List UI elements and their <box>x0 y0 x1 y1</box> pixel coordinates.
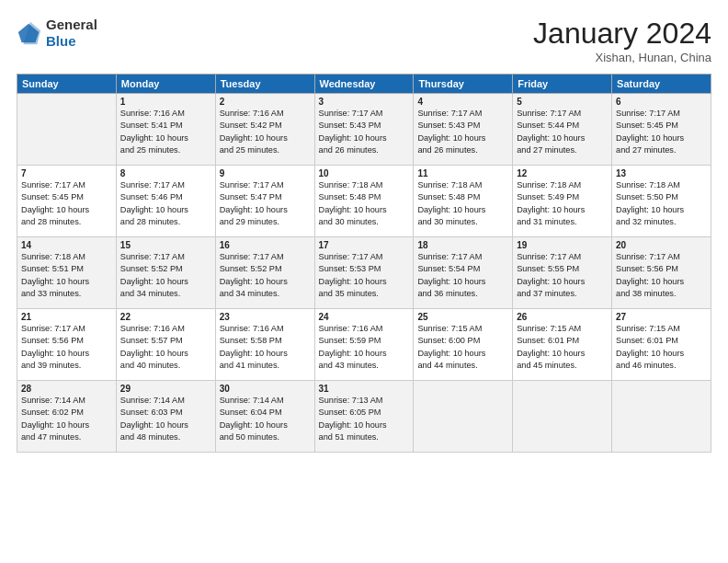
day-cell <box>414 381 513 453</box>
day-number: 24 <box>319 312 410 322</box>
day-number: 17 <box>319 240 410 250</box>
calendar-table: SundayMondayTuesdayWednesdayThursdayFrid… <box>17 74 711 453</box>
day-cell: 6Sunrise: 7:17 AM Sunset: 5:45 PM Daylig… <box>612 94 711 166</box>
day-number: 6 <box>616 97 707 107</box>
day-info: Sunrise: 7:14 AM Sunset: 6:03 PM Dayligh… <box>120 395 211 443</box>
day-info: Sunrise: 7:17 AM Sunset: 5:56 PM Dayligh… <box>616 251 707 300</box>
day-cell: 5Sunrise: 7:17 AM Sunset: 5:44 PM Daylig… <box>513 94 612 166</box>
logo-text: General Blue <box>46 17 97 50</box>
day-info: Sunrise: 7:16 AM Sunset: 5:41 PM Dayligh… <box>120 108 211 156</box>
day-info: Sunrise: 7:17 AM Sunset: 5:45 PM Dayligh… <box>21 179 112 228</box>
logo-icon <box>17 20 42 46</box>
day-info: Sunrise: 7:17 AM Sunset: 5:53 PM Dayligh… <box>319 251 410 300</box>
day-number: 31 <box>319 384 410 394</box>
day-info: Sunrise: 7:17 AM Sunset: 5:43 PM Dayligh… <box>417 108 508 156</box>
day-cell: 23Sunrise: 7:16 AM Sunset: 5:58 PM Dayli… <box>215 309 314 381</box>
day-number: 4 <box>417 97 508 107</box>
day-info: Sunrise: 7:17 AM Sunset: 5:54 PM Dayligh… <box>417 251 508 300</box>
day-info: Sunrise: 7:18 AM Sunset: 5:48 PM Dayligh… <box>319 179 410 228</box>
day-info: Sunrise: 7:16 AM Sunset: 5:42 PM Dayligh… <box>220 108 311 156</box>
weekday-header: Saturday <box>612 75 711 94</box>
day-number: 29 <box>120 384 211 394</box>
day-cell <box>17 94 117 166</box>
day-info: Sunrise: 7:18 AM Sunset: 5:50 PM Dayligh… <box>616 179 707 228</box>
location: Xishan, Hunan, China <box>533 51 711 64</box>
day-number: 19 <box>517 240 608 250</box>
day-number: 10 <box>319 168 410 178</box>
day-number: 12 <box>517 168 608 178</box>
day-cell: 10Sunrise: 7:18 AM Sunset: 5:48 PM Dayli… <box>314 166 414 237</box>
weekday-header: Wednesday <box>314 75 414 94</box>
day-number: 18 <box>417 240 508 250</box>
day-cell: 17Sunrise: 7:17 AM Sunset: 5:53 PM Dayli… <box>314 237 414 309</box>
day-number: 2 <box>220 97 311 107</box>
weekday-header: Friday <box>513 75 612 94</box>
day-cell: 19Sunrise: 7:17 AM Sunset: 5:55 PM Dayli… <box>513 237 612 309</box>
day-info: Sunrise: 7:13 AM Sunset: 6:05 PM Dayligh… <box>319 395 410 443</box>
day-info: Sunrise: 7:15 AM Sunset: 6:01 PM Dayligh… <box>517 323 608 372</box>
day-cell: 11Sunrise: 7:18 AM Sunset: 5:48 PM Dayli… <box>414 166 513 237</box>
day-number: 23 <box>220 312 311 322</box>
day-info: Sunrise: 7:18 AM Sunset: 5:51 PM Dayligh… <box>21 251 112 300</box>
day-number: 9 <box>220 168 311 178</box>
day-number: 14 <box>21 240 112 250</box>
day-number: 5 <box>517 97 608 107</box>
day-number: 1 <box>120 97 211 107</box>
title-block: January 2024 Xishan, Hunan, China <box>533 17 711 64</box>
day-cell: 13Sunrise: 7:18 AM Sunset: 5:50 PM Dayli… <box>612 166 711 237</box>
day-number: 22 <box>120 312 211 322</box>
calendar-page: General Blue January 2024 Xishan, Hunan,… <box>0 0 728 563</box>
day-cell: 30Sunrise: 7:14 AM Sunset: 6:04 PM Dayli… <box>215 381 314 453</box>
day-cell: 21Sunrise: 7:17 AM Sunset: 5:56 PM Dayli… <box>17 309 117 381</box>
day-info: Sunrise: 7:17 AM Sunset: 5:46 PM Dayligh… <box>120 179 211 228</box>
day-info: Sunrise: 7:17 AM Sunset: 5:47 PM Dayligh… <box>220 179 311 228</box>
day-number: 30 <box>220 384 311 394</box>
day-cell: 28Sunrise: 7:14 AM Sunset: 6:02 PM Dayli… <box>17 381 117 453</box>
header: General Blue January 2024 Xishan, Hunan,… <box>17 17 711 64</box>
week-row: 28Sunrise: 7:14 AM Sunset: 6:02 PM Dayli… <box>17 381 711 453</box>
day-number: 8 <box>120 168 211 178</box>
day-info: Sunrise: 7:17 AM Sunset: 5:52 PM Dayligh… <box>220 251 311 300</box>
weekday-header: Monday <box>116 75 215 94</box>
day-info: Sunrise: 7:14 AM Sunset: 6:04 PM Dayligh… <box>220 395 311 443</box>
day-cell: 7Sunrise: 7:17 AM Sunset: 5:45 PM Daylig… <box>17 166 117 237</box>
day-number: 26 <box>517 312 608 322</box>
day-info: Sunrise: 7:15 AM Sunset: 6:00 PM Dayligh… <box>417 323 508 372</box>
day-info: Sunrise: 7:16 AM Sunset: 5:57 PM Dayligh… <box>120 323 211 372</box>
day-number: 7 <box>21 168 112 178</box>
day-number: 28 <box>21 384 112 394</box>
day-cell: 26Sunrise: 7:15 AM Sunset: 6:01 PM Dayli… <box>513 309 612 381</box>
day-cell: 18Sunrise: 7:17 AM Sunset: 5:54 PM Dayli… <box>414 237 513 309</box>
day-info: Sunrise: 7:14 AM Sunset: 6:02 PM Dayligh… <box>21 395 112 443</box>
day-cell: 2Sunrise: 7:16 AM Sunset: 5:42 PM Daylig… <box>215 94 314 166</box>
day-info: Sunrise: 7:17 AM Sunset: 5:44 PM Dayligh… <box>517 108 608 156</box>
day-cell: 20Sunrise: 7:17 AM Sunset: 5:56 PM Dayli… <box>612 237 711 309</box>
day-number: 13 <box>616 168 707 178</box>
day-cell: 31Sunrise: 7:13 AM Sunset: 6:05 PM Dayli… <box>314 381 414 453</box>
month-title: January 2024 <box>533 17 711 51</box>
day-cell: 1Sunrise: 7:16 AM Sunset: 5:41 PM Daylig… <box>116 94 215 166</box>
week-row: 14Sunrise: 7:18 AM Sunset: 5:51 PM Dayli… <box>17 237 711 309</box>
day-number: 11 <box>417 168 508 178</box>
day-cell: 24Sunrise: 7:16 AM Sunset: 5:59 PM Dayli… <box>314 309 414 381</box>
week-row: 7Sunrise: 7:17 AM Sunset: 5:45 PM Daylig… <box>17 166 711 237</box>
day-info: Sunrise: 7:17 AM Sunset: 5:56 PM Dayligh… <box>21 323 112 372</box>
day-cell: 27Sunrise: 7:15 AM Sunset: 6:01 PM Dayli… <box>612 309 711 381</box>
day-info: Sunrise: 7:17 AM Sunset: 5:45 PM Dayligh… <box>616 108 707 156</box>
weekday-header: Tuesday <box>215 75 314 94</box>
header-row: SundayMondayTuesdayWednesdayThursdayFrid… <box>17 75 711 94</box>
day-number: 25 <box>417 312 508 322</box>
day-number: 15 <box>120 240 211 250</box>
day-cell: 14Sunrise: 7:18 AM Sunset: 5:51 PM Dayli… <box>17 237 117 309</box>
day-number: 20 <box>616 240 707 250</box>
day-cell: 8Sunrise: 7:17 AM Sunset: 5:46 PM Daylig… <box>116 166 215 237</box>
day-cell: 15Sunrise: 7:17 AM Sunset: 5:52 PM Dayli… <box>116 237 215 309</box>
day-cell <box>612 381 711 453</box>
day-cell: 25Sunrise: 7:15 AM Sunset: 6:00 PM Dayli… <box>414 309 513 381</box>
week-row: 1Sunrise: 7:16 AM Sunset: 5:41 PM Daylig… <box>17 94 711 166</box>
day-info: Sunrise: 7:18 AM Sunset: 5:49 PM Dayligh… <box>517 179 608 228</box>
day-number: 21 <box>21 312 112 322</box>
day-number: 16 <box>220 240 311 250</box>
day-number: 27 <box>616 312 707 322</box>
week-row: 21Sunrise: 7:17 AM Sunset: 5:56 PM Dayli… <box>17 309 711 381</box>
